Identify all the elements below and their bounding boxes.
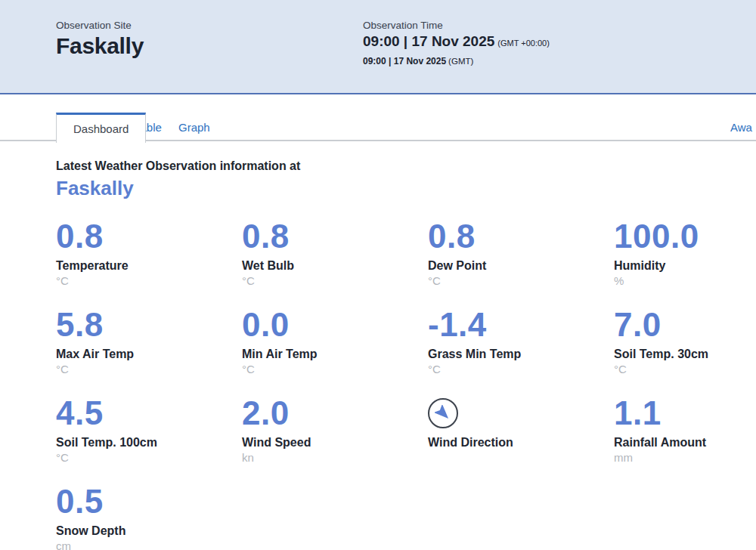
observation-time-secondary-timezone: (GMT) (448, 57, 473, 66)
metric-label: Grass Min Temp (428, 348, 614, 361)
metric-unit: % (614, 274, 756, 288)
metric-card-max-air-temp: 5.8 Max Air Temp °C (56, 307, 242, 395)
metric-value: 5.8 (56, 307, 242, 343)
metric-value: 0.8 (242, 218, 428, 255)
metric-label: Soil Temp. 30cm (614, 348, 756, 361)
metric-label: Wind Speed (242, 436, 428, 450)
observation-time-main-value: 09:00 | 17 Nov 2025 (363, 33, 494, 49)
metric-unit: °C (614, 363, 756, 376)
metric-label: Humidity (614, 259, 756, 273)
metric-value: 2.0 (242, 395, 428, 431)
latest-observation-site-name: Faskally (56, 177, 756, 200)
metric-card-wet-bulb: 0.8 Wet Bulb °C (242, 218, 428, 307)
metric-label: Snow Depth (56, 524, 242, 538)
metric-value: 7.0 (614, 307, 756, 343)
site-header: Observation Site Faskally Observation Ti… (0, 0, 756, 94)
metric-card-soil-temp-100cm: 4.5 Soil Temp. 100cm °C (56, 395, 242, 484)
metric-label: Max Air Temp (56, 348, 242, 361)
metric-card-temperature: 0.8 Temperature °C (56, 218, 242, 307)
tab-bar: Dashboard Table Graph Awa (0, 113, 756, 141)
metric-value: 0.8 (428, 218, 614, 255)
metric-value: 0.5 (56, 484, 242, 520)
metric-value: -1.4 (428, 307, 614, 343)
metric-card-soil-temp-30cm: 7.0 Soil Temp. 30cm °C (614, 307, 756, 395)
metric-value: 4.5 (56, 395, 242, 431)
metric-icon-slot (428, 395, 614, 431)
metric-unit: °C (428, 363, 614, 376)
metric-value: 0.8 (56, 218, 242, 255)
dashboard-content: Latest Weather Observation information a… (0, 159, 756, 550)
metric-value: 0.0 (242, 307, 428, 343)
tab-partial-right[interactable]: Awa (730, 113, 752, 141)
metric-card-wind-direction: Wind Direction (428, 395, 614, 484)
observation-time-secondary-value: 09:00 | 17 Nov 2025 (363, 56, 446, 66)
tab-dashboard[interactable]: Dashboard (56, 113, 146, 143)
observation-time-main-timezone: (GMT +00:00) (497, 39, 550, 48)
observation-site-block: Observation Site Faskally (56, 20, 144, 59)
metric-label: Dew Point (428, 259, 614, 273)
metric-label: Wet Bulb (242, 259, 428, 273)
metric-value: 100.0 (614, 218, 756, 255)
metric-unit: °C (428, 274, 614, 288)
metric-card-min-air-temp: 0.0 Min Air Temp °C (242, 307, 428, 395)
metric-card-humidity: 100.0 Humidity % (614, 218, 756, 307)
weather-observation-page: Observation Site Faskally Observation Ti… (0, 0, 756, 550)
metric-card-wind-speed: 2.0 Wind Speed kn (242, 395, 428, 484)
observation-site-name: Faskally (56, 33, 144, 59)
metric-unit (428, 451, 614, 465)
observation-time-secondary: 09:00 | 17 Nov 2025(GMT) (363, 56, 550, 66)
metric-grid: 0.8 Temperature °C 0.8 Wet Bulb °C 0.8 D… (56, 218, 756, 550)
metric-value: 1.1 (614, 395, 756, 431)
observation-time-label: Observation Time (363, 20, 550, 31)
observation-time-block: Observation Time 09:00 | 17 Nov 2025(GMT… (363, 20, 550, 66)
metric-unit: °C (242, 274, 428, 288)
metric-card-rainfall-amount: 1.1 Rainfall Amount mm (614, 395, 756, 484)
metric-unit: °C (242, 363, 428, 376)
metric-label: Wind Direction (428, 436, 614, 450)
metric-label: Min Air Temp (242, 348, 428, 361)
metric-label: Temperature (56, 259, 242, 273)
metric-unit: mm (614, 451, 756, 465)
metric-card-snow-depth: 0.5 Snow Depth cm (56, 484, 242, 550)
metric-unit: cm (56, 539, 242, 550)
tab-graph[interactable]: Graph (178, 113, 210, 141)
observation-site-label: Observation Site (56, 20, 144, 31)
metric-unit: °C (56, 451, 242, 465)
metric-unit: kn (242, 451, 428, 465)
wind-direction-icon (428, 398, 458, 428)
metric-label: Soil Temp. 100cm (56, 436, 242, 450)
metric-card-grass-min-temp: -1.4 Grass Min Temp °C (428, 307, 614, 395)
metric-label: Rainfall Amount (614, 436, 756, 450)
latest-observation-heading: Latest Weather Observation information a… (56, 159, 756, 173)
metric-unit: °C (56, 363, 242, 376)
metric-card-dew-point: 0.8 Dew Point °C (428, 218, 614, 307)
metric-unit: °C (56, 274, 242, 288)
observation-time-main: 09:00 | 17 Nov 2025(GMT +00:00) (363, 33, 550, 50)
